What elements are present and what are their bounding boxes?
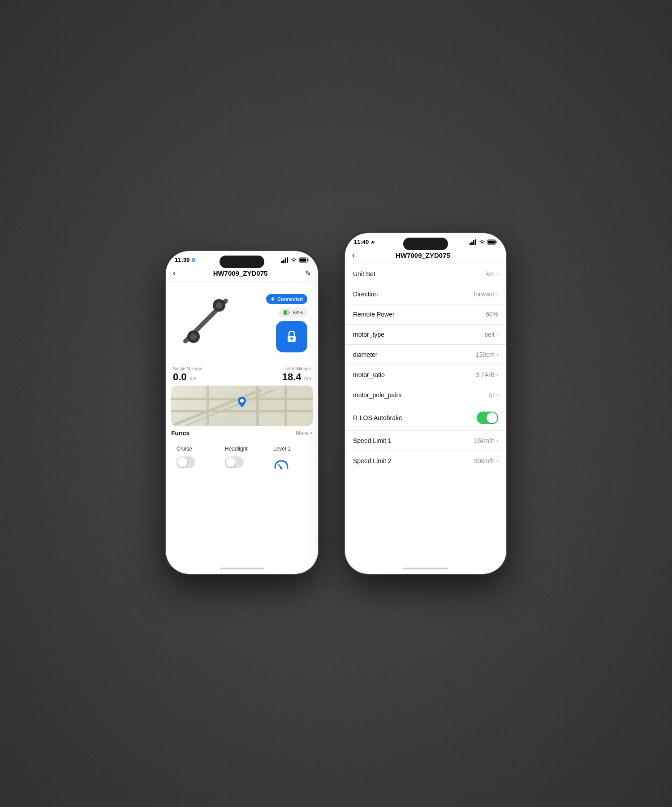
dynamic-island-2 bbox=[403, 238, 448, 250]
chevron-motor-ratio: › bbox=[496, 372, 498, 378]
svg-rect-4 bbox=[285, 258, 286, 263]
svg-rect-15 bbox=[289, 312, 290, 313]
svg-point-23 bbox=[280, 467, 283, 469]
back-button-2[interactable]: ‹ bbox=[352, 251, 355, 260]
svg-point-22 bbox=[240, 399, 244, 403]
settings-list: Unit Set km › Direction forward › Remote… bbox=[345, 264, 506, 565]
board-section: Connected 64% bbox=[171, 286, 313, 360]
svg-rect-28 bbox=[475, 239, 476, 245]
func-card-level: Level 1 bbox=[268, 440, 313, 478]
phone-2: 11:40 bbox=[345, 233, 506, 574]
svg-rect-5 bbox=[287, 257, 288, 263]
svg-point-11 bbox=[216, 302, 222, 308]
chevron-motor-pole-pairs: › bbox=[496, 392, 498, 398]
map-section bbox=[171, 386, 313, 426]
phone-1-content: Connected 64% bbox=[166, 282, 318, 565]
chevron-direction: › bbox=[496, 291, 498, 297]
headlight-toggle[interactable] bbox=[225, 456, 244, 468]
settings-item-motor-ratio[interactable]: motor_ratio 3.7A/B › bbox=[345, 365, 506, 385]
svg-rect-19 bbox=[291, 338, 292, 340]
settings-item-remote-power[interactable]: Remote Power 60% bbox=[345, 304, 506, 325]
phone-1: 11:39 bbox=[166, 251, 318, 574]
pin-icon bbox=[237, 397, 246, 408]
total-mileage: Total Mileage 18.4 Km bbox=[282, 366, 311, 383]
svg-line-20 bbox=[171, 390, 261, 426]
status-icons-1 bbox=[281, 257, 309, 263]
svg-rect-16 bbox=[284, 311, 287, 314]
status-time-1: 11:39 bbox=[175, 256, 196, 263]
location-icon-2 bbox=[370, 240, 375, 244]
chevron-unit-set: › bbox=[496, 271, 498, 277]
lock-button[interactable] bbox=[276, 321, 307, 352]
battery-icon-1 bbox=[299, 257, 309, 263]
mileage-section: Single Mileage 0.0 Km Total Mileage 18.4… bbox=[166, 364, 318, 386]
funcs-grid: Cruise Headlight Level 1 bbox=[171, 440, 313, 478]
settings-item-unit-set[interactable]: Unit Set km › bbox=[345, 264, 506, 284]
speedometer-icon bbox=[273, 458, 289, 471]
battery-icon-2 bbox=[487, 239, 497, 245]
settings-item-motor-pole-pairs[interactable]: motor_pole_pairs 7p › bbox=[345, 385, 506, 405]
svg-rect-25 bbox=[470, 243, 471, 245]
board-graphic bbox=[177, 292, 239, 355]
signal-icon-2 bbox=[470, 239, 477, 245]
board-status: Connected 64% bbox=[266, 294, 307, 352]
signal-icon-1 bbox=[281, 257, 289, 263]
wifi-icon-1 bbox=[291, 257, 297, 263]
edit-button-1[interactable]: ✎ bbox=[305, 269, 311, 278]
map-view[interactable] bbox=[171, 386, 313, 426]
single-mileage: Single Mileage 0.0 Km bbox=[173, 366, 202, 383]
func-card-headlight: Headlight bbox=[220, 440, 264, 478]
funcs-section: Funcs More > Cruise Headlight Level 1 bbox=[166, 430, 318, 565]
map-pin bbox=[237, 397, 246, 410]
phone-1-title: HW7009_ZYD075 bbox=[213, 269, 268, 277]
funcs-header: Funcs More > bbox=[171, 430, 313, 437]
connected-badge: Connected bbox=[266, 294, 307, 304]
chevron-diameter: › bbox=[496, 351, 498, 358]
status-icons-2 bbox=[470, 239, 497, 245]
svg-rect-8 bbox=[300, 258, 306, 261]
phone-2-title: HW7009_ZYD075 bbox=[396, 252, 450, 259]
svg-rect-2 bbox=[281, 261, 283, 263]
funcs-more-link[interactable]: More > bbox=[296, 430, 313, 436]
back-button-1[interactable]: ‹ bbox=[173, 269, 176, 278]
settings-item-speed-limit-1[interactable]: Speed Limit 1 15km/h › bbox=[345, 431, 506, 451]
phone-1-screen: 11:39 bbox=[166, 251, 318, 574]
svg-point-13 bbox=[190, 334, 197, 340]
settings-item-direction[interactable]: Direction forward › bbox=[345, 284, 506, 304]
svg-marker-24 bbox=[371, 240, 375, 244]
level-icon bbox=[273, 458, 307, 473]
settings-item-rlos[interactable]: R-LOS Autobrake bbox=[345, 405, 506, 431]
svg-rect-27 bbox=[473, 240, 474, 245]
phone-2-screen: 11:40 bbox=[345, 233, 506, 574]
lock-icon bbox=[284, 330, 299, 344]
chevron-speed-limit-2: › bbox=[496, 458, 498, 464]
bluetooth-icon bbox=[271, 297, 275, 301]
chevron-motor-type: › bbox=[496, 331, 498, 338]
battery-icon-small bbox=[283, 310, 291, 315]
location-icon-1 bbox=[191, 258, 196, 262]
svg-line-21 bbox=[185, 390, 274, 426]
svg-rect-26 bbox=[471, 242, 473, 245]
svg-rect-30 bbox=[496, 241, 497, 243]
func-card-cruise: Cruise bbox=[171, 440, 216, 478]
settings-item-diameter[interactable]: diameter 150cm › bbox=[345, 345, 506, 365]
dynamic-island-1 bbox=[220, 256, 264, 268]
status-time-2: 11:40 bbox=[354, 239, 375, 245]
svg-rect-7 bbox=[308, 259, 309, 261]
settings-item-speed-limit-2[interactable]: Speed Limit 2 30km/h › bbox=[345, 451, 506, 471]
svg-rect-31 bbox=[488, 240, 495, 243]
rlos-toggle[interactable] bbox=[477, 412, 498, 424]
wifi-icon-2 bbox=[479, 239, 485, 245]
skateboard-svg bbox=[177, 292, 239, 350]
battery-badge-small: 64% bbox=[278, 308, 307, 317]
chevron-speed-limit-1: › bbox=[496, 438, 498, 444]
svg-rect-3 bbox=[283, 260, 284, 263]
home-indicator-2 bbox=[403, 568, 448, 569]
settings-item-motor-type[interactable]: motor_type belt › bbox=[345, 325, 506, 345]
cruise-toggle[interactable] bbox=[177, 456, 195, 468]
home-indicator-1 bbox=[220, 568, 264, 569]
